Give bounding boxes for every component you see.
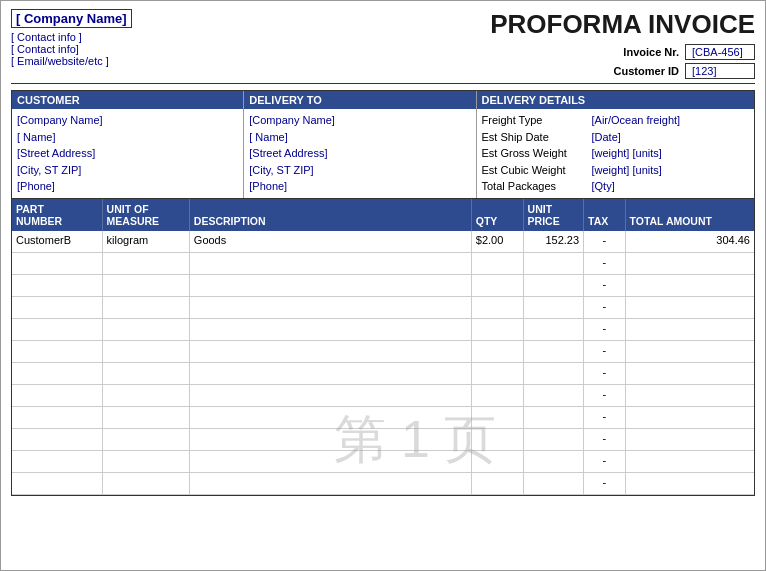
cell-9-6 [625,429,754,451]
details-value-3: [weight] [units] [592,162,662,179]
cell-4-5: - [584,319,625,341]
cell-5-4 [523,341,583,363]
cell-3-0 [12,297,102,319]
th-qty: QTY [471,199,523,231]
cell-4-1 [102,319,189,341]
cell-7-5: - [584,385,625,407]
table-header: PARTNUMBER UNIT OFMEASURE DESCRIPTION QT… [12,199,754,231]
details-label-3: Est Cubic Weight [482,162,592,179]
cell-11-5: - [584,473,625,495]
delivery-to-line-2: [Street Address] [249,145,470,162]
table-row: - [12,385,754,407]
cell-0-0: CustomerB [12,231,102,253]
cell-3-5: - [584,297,625,319]
th-total-amount: TOTAL AMOUNT [625,199,754,231]
details-row-1: Est Ship Date [Date] [482,129,750,146]
cell-10-1 [102,451,189,473]
cell-5-2 [189,341,471,363]
cell-6-5: - [584,363,625,385]
delivery-details-header: DELIVERY DETAILS [477,91,755,109]
table-row: - [12,275,754,297]
details-label-2: Est Gross Weight [482,145,592,162]
details-row-4: Total Packages [Qty] [482,178,750,195]
cell-6-4 [523,363,583,385]
details-value-2: [weight] [units] [592,145,662,162]
cell-8-6 [625,407,754,429]
cell-1-5: - [584,253,625,275]
cell-7-1 [102,385,189,407]
details-label-1: Est Ship Date [482,129,592,146]
cell-1-3 [471,253,523,275]
cell-2-4 [523,275,583,297]
delivery-to-line-0: [Company Name] [249,112,470,129]
cell-9-1 [102,429,189,451]
cell-10-6 [625,451,754,473]
details-value-0: [Air/Ocean freight] [592,112,681,129]
customer-line-2: [Street Address] [17,145,238,162]
cell-4-4 [523,319,583,341]
cell-2-3 [471,275,523,297]
delivery-to-body: [Company Name] [ Name] [Street Address] … [244,109,475,198]
cell-6-0 [12,363,102,385]
cell-2-5: - [584,275,625,297]
customer-line-4: [Phone] [17,178,238,195]
table-row: - [12,341,754,363]
invoice-nr-label: Invoice Nr. [599,46,679,58]
invoice-header: [ Company Name] [ Contact info ] [ Conta… [11,9,755,84]
cell-10-4 [523,451,583,473]
table-row: - [12,297,754,319]
company-name: [ Company Name] [11,9,132,28]
details-row-0: Freight Type [Air/Ocean freight] [482,112,750,129]
cell-10-5: - [584,451,625,473]
cell-2-0 [12,275,102,297]
details-row-2: Est Gross Weight [weight] [units] [482,145,750,162]
customer-line-3: [City, ST ZIP] [17,162,238,179]
cell-5-3 [471,341,523,363]
customer-section: CUSTOMER [Company Name] [ Name] [Street … [12,91,244,198]
cell-11-2 [189,473,471,495]
cell-9-5: - [584,429,625,451]
cell-0-5: - [584,231,625,253]
contact-line-2: [ Contact info] [11,43,132,55]
cell-9-4 [523,429,583,451]
delivery-to-line-1: [ Name] [249,129,470,146]
cell-0-2: Goods [189,231,471,253]
cell-0-6: 304.46 [625,231,754,253]
cell-11-6 [625,473,754,495]
contact-line-3: [ Email/website/etc ] [11,55,132,67]
cell-7-4 [523,385,583,407]
th-unit-price: UNITPRICE [523,199,583,231]
invoice-title: PROFORMA INVOICE [490,9,755,40]
th-part-number: PARTNUMBER [12,199,102,231]
cell-4-0 [12,319,102,341]
customer-line-1: [ Name] [17,129,238,146]
table-row: - [12,319,754,341]
delivery-to-line-3: [City, ST ZIP] [249,162,470,179]
customer-header: CUSTOMER [12,91,243,109]
cell-2-6 [625,275,754,297]
cell-11-3 [471,473,523,495]
cell-1-2 [189,253,471,275]
customer-id-value: [123] [685,63,755,79]
cell-3-1 [102,297,189,319]
cell-3-6 [625,297,754,319]
contact-line-1: [ Contact info ] [11,31,132,43]
cell-6-1 [102,363,189,385]
th-tax: TAX [584,199,625,231]
invoice-right: PROFORMA INVOICE Invoice Nr. [CBA-456] C… [490,9,755,79]
cell-3-4 [523,297,583,319]
customer-id-label: Customer ID [599,65,679,77]
table-header-row: PARTNUMBER UNIT OFMEASURE DESCRIPTION QT… [12,199,754,231]
cell-8-4 [523,407,583,429]
details-value-4: [Qty] [592,178,615,195]
cell-4-2 [189,319,471,341]
cell-8-1 [102,407,189,429]
invoice-table-wrapper: PARTNUMBER UNIT OFMEASURE DESCRIPTION QT… [11,198,755,497]
invoice-nr-value: [CBA-456] [685,44,755,60]
cell-8-5: - [584,407,625,429]
cell-0-1: kilogram [102,231,189,253]
invoice-meta: Invoice Nr. [CBA-456] Customer ID [123] [490,44,755,79]
cell-7-2 [189,385,471,407]
cell-8-0 [12,407,102,429]
watermark: 第 1 页 [334,405,496,475]
